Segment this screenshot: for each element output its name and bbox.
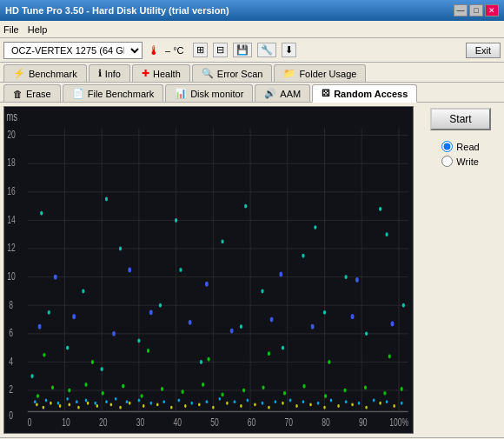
toolbar-icon5[interactable]: ⬇ (282, 43, 296, 57)
svg-point-62 (240, 404, 242, 408)
drive-select[interactable]: OCZ-VERTEX 1275 (64 GB) (3, 42, 143, 59)
write-radio[interactable] (441, 156, 453, 167)
erase-icon: 🗑 (13, 89, 23, 99)
svg-point-98 (330, 399, 333, 402)
benchmark-icon: ⚡ (13, 68, 25, 79)
toolbar-icon2[interactable]: ⊟ (213, 43, 228, 57)
svg-text:90: 90 (359, 416, 368, 428)
svg-point-109 (122, 384, 124, 389)
svg-point-88 (190, 402, 193, 405)
svg-point-70 (351, 402, 354, 406)
svg-point-135 (189, 320, 192, 325)
svg-point-147 (48, 310, 50, 315)
svg-point-169 (244, 204, 247, 209)
svg-point-171 (379, 207, 381, 211)
svg-point-120 (343, 389, 346, 393)
tab-health[interactable]: ✚ Health (132, 64, 190, 82)
svg-point-115 (242, 389, 245, 393)
svg-text:60: 60 (248, 416, 256, 428)
tab-error-scan[interactable]: 🔍 Error Scan (192, 64, 273, 82)
chart-svg: ms (4, 107, 413, 433)
svg-point-129 (328, 360, 330, 364)
toolbar-icon3[interactable]: 💾 (233, 43, 252, 57)
svg-point-45 (43, 406, 45, 409)
svg-point-100 (358, 402, 361, 405)
svg-point-168 (175, 218, 177, 223)
tab-info[interactable]: ℹ Info (89, 64, 130, 82)
svg-point-161 (323, 310, 326, 315)
svg-point-156 (221, 239, 223, 243)
health-icon: ✚ (142, 68, 149, 79)
menu-help[interactable]: Help (28, 24, 48, 35)
exit-button[interactable]: Exit (466, 43, 501, 58)
svg-point-139 (351, 314, 355, 319)
svg-point-144 (279, 271, 282, 276)
svg-text:4: 4 (9, 355, 13, 367)
svg-point-64 (268, 406, 270, 409)
svg-point-123 (401, 387, 403, 391)
svg-point-122 (383, 391, 386, 396)
svg-text:0: 0 (9, 409, 13, 421)
svg-point-72 (379, 402, 381, 405)
svg-point-125 (91, 360, 94, 364)
random-access-icon: ⚄ (322, 88, 330, 99)
svg-point-59 (198, 402, 201, 406)
svg-text:8: 8 (9, 298, 13, 310)
read-radio[interactable] (441, 141, 453, 152)
tab-folder-usage[interactable]: 📁 Folder Usage (274, 64, 366, 82)
svg-point-140 (391, 322, 395, 327)
tab-disk-monitor[interactable]: 📊 Disk monitor (165, 84, 253, 102)
read-label: Read (456, 142, 479, 152)
svg-point-73 (393, 404, 395, 408)
toolbar-icon1[interactable]: ⊞ (193, 43, 208, 57)
start-button[interactable]: Start (430, 108, 491, 130)
svg-point-170 (314, 225, 316, 229)
tab-benchmark[interactable]: ⚡ Benchmark (3, 64, 87, 82)
svg-point-44 (36, 402, 38, 406)
svg-point-84 (138, 399, 141, 402)
svg-point-160 (302, 254, 304, 258)
svg-point-106 (68, 389, 70, 393)
folder-icon: 📁 (283, 68, 295, 79)
write-radio-item[interactable]: Write (441, 156, 479, 167)
svg-point-105 (51, 385, 54, 389)
svg-point-153 (159, 303, 162, 308)
svg-point-49 (77, 406, 80, 409)
svg-point-104 (36, 394, 39, 398)
svg-point-91 (234, 400, 236, 403)
svg-point-158 (261, 289, 263, 294)
svg-point-164 (385, 232, 388, 236)
right-panel: Start Read Write (417, 103, 504, 437)
svg-point-165 (402, 303, 405, 308)
svg-point-103 (401, 402, 403, 405)
menu-file[interactable]: File (3, 24, 19, 35)
svg-point-71 (365, 406, 368, 409)
tab-erase[interactable]: 🗑 Erase (3, 84, 61, 102)
svg-point-114 (221, 393, 223, 397)
svg-point-54 (129, 402, 131, 405)
svg-point-157 (240, 324, 242, 329)
svg-point-68 (323, 406, 326, 409)
tab-random-access[interactable]: ⚄ Random Access (312, 84, 417, 103)
read-radio-item[interactable]: Read (441, 141, 479, 152)
svg-point-66 (295, 404, 298, 408)
close-button[interactable]: ✕ (485, 4, 499, 17)
svg-point-167 (105, 197, 108, 202)
svg-point-148 (66, 346, 69, 350)
svg-rect-0 (4, 107, 413, 433)
svg-point-89 (206, 400, 209, 403)
svg-point-95 (289, 399, 292, 402)
svg-point-53 (119, 406, 122, 409)
svg-point-80 (94, 402, 96, 405)
tab-aam[interactable]: 🔊 AAM (255, 84, 310, 102)
svg-point-82 (115, 397, 117, 401)
svg-point-111 (161, 387, 163, 391)
svg-point-63 (254, 402, 256, 406)
tabs-row1: ⚡ Benchmark ℹ Info ✚ Health 🔍 Error Scan… (0, 63, 504, 83)
svg-point-99 (345, 400, 348, 403)
svg-point-121 (364, 385, 367, 389)
minimize-button[interactable]: — (454, 4, 468, 17)
tab-file-benchmark[interactable]: 📄 File Benchmark (63, 84, 163, 102)
maximize-button[interactable]: □ (469, 4, 483, 17)
toolbar-icon4[interactable]: 🔧 (257, 43, 276, 57)
